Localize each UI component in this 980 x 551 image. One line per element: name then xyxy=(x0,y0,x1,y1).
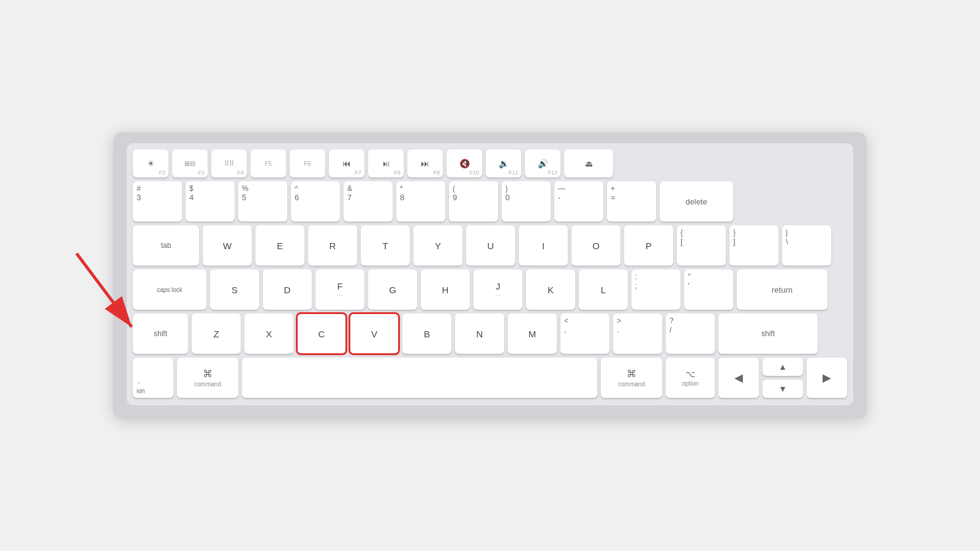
key-6[interactable]: ^ 6 xyxy=(291,181,340,222)
key-z[interactable]: Z xyxy=(192,313,241,354)
key-k[interactable]: K xyxy=(526,269,575,310)
key-space[interactable] xyxy=(242,358,597,398)
key-t[interactable]: T xyxy=(361,225,410,266)
key-j[interactable]: J — xyxy=(473,269,522,310)
key-f2[interactable]: ☀ F2 xyxy=(133,149,168,178)
key-rshift[interactable]: shift xyxy=(718,313,818,354)
key-u[interactable]: U xyxy=(466,225,515,266)
key-lcmd[interactable]: ⌘ command xyxy=(177,358,238,398)
key-semicolon[interactable]: : ; xyxy=(631,269,680,310)
key-tab[interactable]: tab xyxy=(133,225,199,266)
key-8[interactable]: * 8 xyxy=(396,181,445,222)
number-row: # 3 $ 4 % 5 ^ 6 xyxy=(133,181,847,222)
key-v[interactable]: V xyxy=(350,313,399,354)
key-d[interactable]: D xyxy=(263,269,312,310)
key-up-arrow[interactable]: ▲ xyxy=(763,358,803,376)
key-quote[interactable]: " ' xyxy=(684,269,733,310)
key-s[interactable]: S xyxy=(210,269,259,310)
key-5[interactable]: % 5 xyxy=(238,181,287,222)
fn-row: ☀ F2 ⊞⊟ F3 ⠿⠿ F4 F5 xyxy=(133,149,847,178)
key-backslash[interactable]: | \ xyxy=(782,225,831,266)
key-left-arrow[interactable]: ◀ xyxy=(718,358,759,398)
key-0[interactable]: ) 0 xyxy=(502,181,551,222)
key-w[interactable]: W xyxy=(203,225,252,266)
key-l[interactable]: L xyxy=(579,269,628,310)
qwerty-row: tab W E R T xyxy=(133,225,847,266)
key-3[interactable]: # 3 xyxy=(133,181,182,222)
key-period[interactable]: > . xyxy=(613,313,662,354)
key-f12[interactable]: 🔊 F12 xyxy=(525,149,560,178)
key-y[interactable]: Y xyxy=(413,225,462,266)
key-4[interactable]: $ 4 xyxy=(186,181,235,222)
key-equals[interactable]: + = xyxy=(607,181,656,222)
key-eject[interactable]: ⏏ xyxy=(564,149,613,178)
key-f11[interactable]: 🔉 F11 xyxy=(486,149,521,178)
shift-row: shift Z X C V xyxy=(133,313,847,354)
key-c[interactable]: C xyxy=(297,313,346,354)
home-row: caps lock S D F — G xyxy=(133,269,847,310)
svg-line-1 xyxy=(77,253,132,327)
key-f5[interactable]: F5 xyxy=(251,149,286,178)
key-lshift[interactable]: shift xyxy=(133,313,188,354)
key-n[interactable]: N xyxy=(455,313,504,354)
key-m[interactable]: M xyxy=(508,313,557,354)
bottom-row: ⌃ ion ⌘ command ⌘ command xyxy=(133,358,847,398)
key-fn[interactable]: ⌃ ion xyxy=(133,358,173,398)
key-9[interactable]: ( 9 xyxy=(449,181,498,222)
key-f6[interactable]: F6 xyxy=(290,149,325,178)
key-down-arrow[interactable]: ▼ xyxy=(763,380,803,398)
key-f7[interactable]: ⏮ F7 xyxy=(329,149,364,178)
key-i[interactable]: I xyxy=(519,225,568,266)
key-ropt[interactable]: ⌥ option xyxy=(666,358,715,398)
arrow-cluster: ◀ ▲ ▼ xyxy=(718,358,847,398)
key-lbracket[interactable]: { [ xyxy=(677,225,726,266)
key-rcmd[interactable]: ⌘ command xyxy=(601,358,662,398)
key-f3[interactable]: ⊞⊟ F3 xyxy=(172,149,208,178)
keyboard: ☀ F2 ⊞⊟ F3 ⠿⠿ F4 F5 xyxy=(113,132,867,419)
key-f9[interactable]: ⏭ F9 xyxy=(407,149,443,178)
key-f4[interactable]: ⠿⠿ F4 xyxy=(211,149,247,178)
key-p[interactable]: P xyxy=(624,225,673,266)
key-return[interactable]: return xyxy=(737,269,827,310)
key-caps[interactable]: caps lock xyxy=(133,269,206,310)
key-g[interactable]: G xyxy=(368,269,417,310)
key-right-arrow[interactable]: ▶ xyxy=(807,358,847,398)
key-slash[interactable]: ? / xyxy=(666,313,715,354)
key-x[interactable]: X xyxy=(244,313,293,354)
key-f8[interactable]: ⏯ F8 xyxy=(368,149,404,178)
key-e[interactable]: E xyxy=(255,225,304,266)
key-h[interactable]: H xyxy=(421,269,470,310)
key-f[interactable]: F — xyxy=(315,269,364,310)
key-rbracket[interactable]: } ] xyxy=(729,225,778,266)
key-o[interactable]: O xyxy=(571,225,620,266)
key-r[interactable]: R xyxy=(308,225,357,266)
key-b[interactable]: B xyxy=(402,313,451,354)
key-minus[interactable]: — - xyxy=(554,181,603,222)
key-7[interactable]: & 7 xyxy=(344,181,393,222)
key-f10[interactable]: 🔇 F10 xyxy=(447,149,482,178)
keyboard-body: ☀ F2 ⊞⊟ F3 ⠿⠿ F4 F5 xyxy=(127,143,853,405)
key-comma[interactable]: < , xyxy=(560,313,609,354)
key-delete[interactable]: delete xyxy=(660,181,733,222)
up-down-arrows: ▲ ▼ xyxy=(763,358,803,398)
